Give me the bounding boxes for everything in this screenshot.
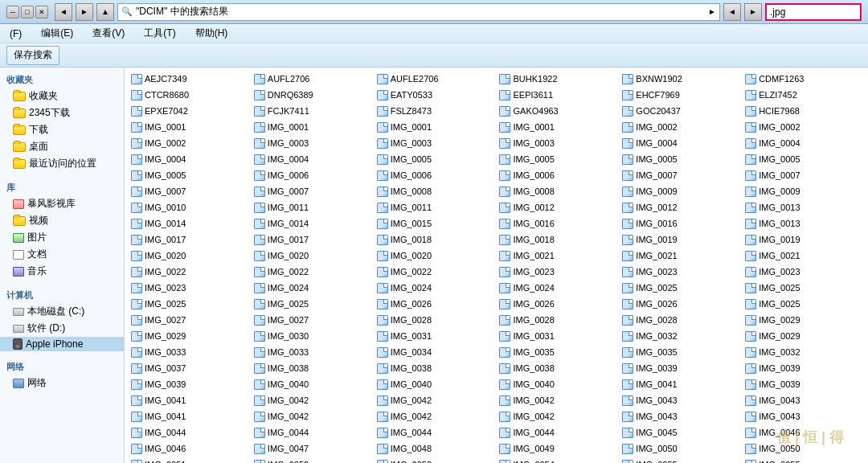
list-item[interactable]: IMG_0032	[619, 328, 742, 344]
list-item[interactable]: IMG_0024	[251, 280, 374, 296]
list-item[interactable]: IMG_0025	[619, 280, 742, 296]
list-item[interactable]: IMG_0016	[619, 215, 742, 232]
sidebar-item-pictures[interactable]: 图片	[0, 229, 124, 246]
list-item[interactable]: IMG_0026	[619, 296, 742, 312]
list-item[interactable]: EHCF7969	[619, 87, 742, 103]
prev-search-button[interactable]: ◄	[723, 3, 741, 21]
list-item[interactable]: CTCR8680	[128, 87, 251, 103]
list-item[interactable]: IMG_0028	[496, 312, 619, 328]
forward-button[interactable]: ►	[76, 3, 93, 21]
sidebar-item-recent[interactable]: 最近访问的位置	[0, 155, 124, 172]
list-item[interactable]: IMG_0038	[251, 360, 374, 376]
list-item[interactable]: IMG_0001	[251, 119, 374, 135]
list-item[interactable]: IMG_0032	[742, 344, 865, 360]
list-item[interactable]: IMG_0017	[251, 232, 374, 248]
list-item[interactable]: IMG_0042	[496, 392, 619, 408]
list-item[interactable]: IMG_0021	[742, 248, 865, 264]
list-item[interactable]: GOC20437	[619, 103, 742, 119]
list-item[interactable]: FCJK7411	[251, 103, 374, 119]
sidebar-item-network[interactable]: 网络	[0, 375, 124, 391]
list-item[interactable]: EATY0533	[374, 87, 497, 103]
list-item[interactable]: IMG_0041	[128, 392, 251, 408]
list-item[interactable]: IMG_0007	[619, 167, 742, 183]
list-item[interactable]: IMG_0048	[374, 440, 497, 457]
list-item[interactable]: IMG_0004	[128, 151, 251, 167]
list-item[interactable]: IMG_0023	[496, 264, 619, 280]
list-item[interactable]: IMG_0046	[128, 440, 251, 457]
sidebar-item-docs[interactable]: 文档	[0, 246, 124, 263]
list-item[interactable]: CDMF1263	[742, 71, 865, 87]
list-item[interactable]: EPXE7042	[128, 103, 251, 119]
sidebar-item-video[interactable]: 视频	[0, 212, 124, 229]
list-item[interactable]: IMG_0001	[374, 119, 497, 135]
list-item[interactable]: IMG_0005	[496, 151, 619, 167]
list-item[interactable]: IMG_0011	[251, 199, 374, 215]
list-item[interactable]: IMG_0003	[496, 135, 619, 151]
up-button[interactable]: ▲	[96, 3, 114, 21]
sidebar-item-mediaplayer[interactable]: 暴风影视库	[0, 195, 124, 212]
list-item[interactable]: IMG_0005	[374, 151, 497, 167]
list-item[interactable]: IMG_0004	[742, 135, 865, 151]
list-item[interactable]: IMG_0028	[619, 312, 742, 328]
list-item[interactable]: IMG_0004	[251, 151, 374, 167]
sidebar-item-downloads[interactable]: 下载	[0, 121, 124, 138]
list-item[interactable]: IMG_0017	[128, 232, 251, 248]
list-item[interactable]: AEJC7349	[128, 71, 251, 87]
list-item[interactable]: IMG_0023	[742, 264, 865, 280]
list-item[interactable]: IMG_0027	[128, 312, 251, 328]
list-item[interactable]: IMG_0007	[128, 183, 251, 199]
menu-edit[interactable]: 编辑(E)	[38, 25, 76, 42]
sidebar-item-drive-d[interactable]: 软件 (D:)	[0, 320, 124, 337]
list-item[interactable]: IMG_0019	[742, 232, 865, 248]
list-item[interactable]: IMG_0026	[496, 296, 619, 312]
list-item[interactable]: IMG_0046	[742, 424, 865, 440]
list-item[interactable]: IMG_0055	[619, 457, 742, 463]
list-item[interactable]: IMG_0002	[128, 135, 251, 151]
list-item[interactable]: IMG_0015	[374, 215, 497, 232]
maximize-button[interactable]: □	[21, 6, 34, 18]
list-item[interactable]: IMG_0010	[128, 199, 251, 215]
list-item[interactable]: IMG_0028	[374, 312, 497, 328]
list-item[interactable]: IMG_0007	[742, 167, 865, 183]
list-item[interactable]: IMG_0020	[374, 248, 497, 264]
list-item[interactable]: IMG_0003	[251, 135, 374, 151]
list-item[interactable]: IMG_0007	[251, 183, 374, 199]
list-item[interactable]: IMG_0025	[742, 296, 865, 312]
list-item[interactable]: IMG_0035	[496, 344, 619, 360]
list-item[interactable]: ELZI7452	[742, 87, 865, 103]
list-item[interactable]: IMG_0042	[496, 408, 619, 424]
sidebar-item-favorites[interactable]: 收藏夹	[0, 88, 124, 104]
list-item[interactable]: IMG_0005	[742, 151, 865, 167]
search-box[interactable]: .jpg	[765, 3, 862, 21]
menu-help[interactable]: 帮助(H)	[192, 25, 231, 42]
list-item[interactable]: IMG_0009	[619, 183, 742, 199]
list-item[interactable]: IMG_0005	[619, 151, 742, 167]
list-item[interactable]: IMG_0041	[619, 376, 742, 392]
address-input[interactable]: 🔍 "DCIM" 中的搜索结果 ►	[117, 3, 720, 21]
sidebar-item-2345[interactable]: 2345下载	[0, 104, 124, 121]
list-item[interactable]: IMG_0027	[251, 312, 374, 328]
list-item[interactable]: IMG_0044	[374, 424, 497, 440]
list-item[interactable]: IMG_0047	[251, 440, 374, 457]
list-item[interactable]: IMG_0043	[619, 408, 742, 424]
list-item[interactable]: IMG_0034	[374, 344, 497, 360]
list-item[interactable]: IMG_0025	[742, 280, 865, 296]
list-item[interactable]: IMG_0039	[128, 376, 251, 392]
list-item[interactable]: IMG_0002	[742, 119, 865, 135]
list-item[interactable]: IMG_0043	[742, 408, 865, 424]
list-item[interactable]: IMG_0012	[619, 199, 742, 215]
list-item[interactable]: IMG_0052	[251, 457, 374, 463]
list-item[interactable]: IMG_0002	[619, 119, 742, 135]
list-item[interactable]: IMG_0031	[496, 328, 619, 344]
list-item[interactable]: IMG_0006	[496, 167, 619, 183]
list-item[interactable]: IMG_0025	[251, 296, 374, 312]
list-item[interactable]: IMG_0029	[128, 328, 251, 344]
list-item[interactable]: IMG_0024	[496, 280, 619, 296]
list-item[interactable]: IMG_0040	[496, 376, 619, 392]
sidebar-item-music[interactable]: 音乐	[0, 263, 124, 280]
list-item[interactable]: HCIE7968	[742, 103, 865, 119]
list-item[interactable]: IMG_0021	[619, 248, 742, 264]
list-item[interactable]: IMG_0006	[251, 167, 374, 183]
list-item[interactable]: AUFL2706	[251, 71, 374, 87]
list-item[interactable]: IMG_0030	[251, 328, 374, 344]
